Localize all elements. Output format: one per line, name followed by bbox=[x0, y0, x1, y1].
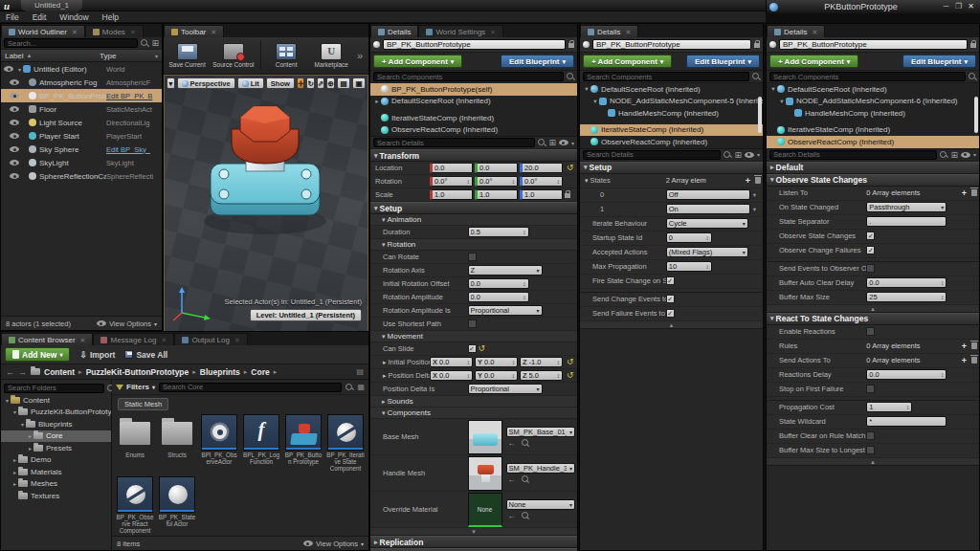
checkbox[interactable]: ✓ bbox=[468, 344, 477, 353]
expander[interactable]: ▲ bbox=[580, 321, 763, 329]
spinbox-icon[interactable]: ↕ bbox=[512, 372, 515, 379]
asset-tile-bpi-pk-observeactor[interactable]: BPI_PK_ObserveActor bbox=[200, 414, 238, 473]
menu-help[interactable]: Help bbox=[102, 12, 119, 22]
search-components-input[interactable] bbox=[769, 72, 966, 81]
tab-close-icon[interactable]: ✕ bbox=[211, 26, 216, 38]
value-field[interactable]: None▾ bbox=[506, 499, 575, 510]
project-tab[interactable]: Untitled_1 bbox=[21, 0, 82, 11]
checkbox[interactable] bbox=[468, 320, 477, 328]
outliner-row-untitled-editor[interactable]: ▾Untitled (Editor)World bbox=[1, 62, 162, 76]
source-control-button[interactable]: Source Control bbox=[212, 43, 254, 68]
component-iterativestatecomp-inherited[interactable]: IterativeStateComp (Inherited) bbox=[767, 124, 979, 137]
asset-tile-bp-pk-observe-react-component[interactable]: BP_PK_Observe React Component bbox=[116, 476, 154, 535]
lock-icon[interactable] bbox=[565, 193, 570, 198]
reset-to-default-icon[interactable]: ↺ bbox=[567, 371, 574, 380]
search-components-input[interactable] bbox=[373, 72, 564, 81]
grid-icon[interactable]: ⊞ bbox=[548, 138, 556, 147]
value-field[interactable]: 0.0↕ bbox=[468, 278, 529, 289]
tab-details[interactable]: Details bbox=[370, 25, 418, 37]
edit-blueprint-button[interactable]: Edit Blueprint▾ bbox=[501, 55, 574, 68]
translate-tool-button[interactable]: ✛ bbox=[297, 77, 305, 89]
expanded-icon[interactable]: ▾ bbox=[585, 177, 589, 185]
minimize-button[interactable]: ─ bbox=[940, 1, 952, 12]
value-field[interactable]: 0↕ bbox=[666, 232, 712, 243]
scale-tool-button[interactable]: ⇗ bbox=[317, 77, 325, 89]
use-selected-icon[interactable]: ← bbox=[508, 439, 516, 448]
checkbox[interactable] bbox=[866, 327, 875, 336]
visibility-eye-icon[interactable] bbox=[10, 160, 19, 165]
value-field[interactable]: 0.0 bbox=[475, 163, 518, 173]
dropdown-arrow-icon[interactable]: ▾ bbox=[569, 501, 572, 508]
value-field[interactable]: 0.0↕ bbox=[468, 292, 529, 302]
tab-modes[interactable]: Modes✕ bbox=[85, 25, 144, 37]
cb-view-options[interactable]: View Options▾ bbox=[303, 540, 364, 548]
value-field[interactable]: Off bbox=[666, 189, 750, 200]
checkbox[interactable] bbox=[866, 385, 875, 393]
value-field[interactable]: 20.0 bbox=[520, 163, 563, 173]
spinbox-icon[interactable]: ↕ bbox=[906, 404, 909, 410]
folder-demo[interactable]: ▸Demo bbox=[1, 454, 111, 467]
scrollbar[interactable] bbox=[758, 97, 762, 133]
visibility-eye-icon[interactable] bbox=[10, 106, 19, 112]
viewport-options-button[interactable]: ▾ bbox=[167, 77, 175, 89]
expand-icon[interactable]: ▾ bbox=[4, 397, 11, 404]
asset-thumbnail[interactable] bbox=[468, 420, 502, 454]
add-component-button[interactable]: + Add Component▾ bbox=[769, 55, 858, 68]
tab-details[interactable]: Details✕ bbox=[767, 25, 825, 37]
edit-blueprint-button[interactable]: Edit Blueprint▾ bbox=[902, 55, 976, 68]
value-field[interactable]: * bbox=[866, 416, 947, 427]
dropdown-arrow-icon[interactable]: ▾ bbox=[569, 429, 572, 435]
close-button[interactable]: ✕ bbox=[965, 1, 977, 12]
checkbox[interactable] bbox=[866, 264, 875, 273]
value-field[interactable]: Proportional▾ bbox=[468, 305, 543, 316]
folder-content[interactable]: ▾Content bbox=[1, 394, 111, 407]
expand-icon[interactable]: ▾ bbox=[16, 66, 23, 73]
filter-chip-static-mesh[interactable]: Static Mesh bbox=[118, 398, 168, 410]
expander[interactable]: ▲ bbox=[767, 305, 979, 313]
outliner-row-skylight[interactable]: SkyLightSkyLight bbox=[1, 156, 162, 169]
expander[interactable]: ▼ bbox=[370, 528, 577, 536]
outliner-search-input[interactable] bbox=[4, 38, 138, 48]
type-filter-icon[interactable]: ▾ bbox=[155, 53, 158, 59]
visibility-eye-icon[interactable] bbox=[10, 93, 19, 99]
marketplace-button[interactable]: Marketplace bbox=[312, 43, 351, 68]
actor-name-field[interactable]: BP_PK_ButtonPrototype bbox=[592, 39, 751, 50]
lock-icon[interactable] bbox=[568, 43, 574, 48]
tab-content-browser[interactable]: Content Browser✕ bbox=[1, 333, 93, 345]
value-field[interactable]: 0.5↕ bbox=[468, 227, 529, 237]
value-field[interactable]: 25↕ bbox=[866, 292, 947, 302]
dropdown-arrow-icon[interactable]: ▾ bbox=[753, 191, 756, 199]
blueprint-window-titlebar[interactable]: PKButtonPrototype ─ ❐ ✕ bbox=[766, 0, 980, 13]
grid-icon[interactable]: ⊞ bbox=[734, 150, 742, 160]
value-field[interactable]: 0.0 bbox=[430, 163, 473, 173]
expand-icon[interactable]: ▾ bbox=[769, 85, 777, 93]
value-field[interactable]: Y0.0↕ bbox=[475, 357, 518, 367]
world-coordinate-button[interactable]: ⊕ bbox=[326, 77, 335, 89]
dropdown-arrow-icon[interactable]: ▾ bbox=[743, 249, 746, 255]
actor-name-field[interactable]: BP_PK_ButtonPrototype bbox=[779, 39, 968, 50]
filters-button[interactable]: Filters▾ bbox=[116, 383, 155, 391]
display-filter-icon[interactable] bbox=[961, 152, 970, 158]
value-field[interactable]: Cycle▾ bbox=[666, 218, 748, 229]
dropdown-arrow-icon[interactable]: ▾ bbox=[743, 220, 746, 227]
spinbox-icon[interactable]: ↕ bbox=[941, 279, 944, 286]
use-selected-icon[interactable]: ← bbox=[508, 512, 516, 520]
value-field[interactable]: On bbox=[666, 204, 750, 214]
save-search-icon[interactable]: ▦ bbox=[357, 383, 365, 391]
value-field[interactable]: 10↕ bbox=[666, 261, 712, 272]
expand-icon[interactable]: ▸ bbox=[27, 445, 33, 452]
add-element-icon[interactable]: + bbox=[962, 357, 967, 364]
spinbox-icon[interactable]: ↕ bbox=[523, 280, 525, 287]
expander[interactable]: ▲ bbox=[767, 458, 979, 466]
value-field[interactable]: Z▾ bbox=[468, 265, 543, 276]
search-folders-input[interactable] bbox=[4, 384, 104, 393]
display-filter-icon[interactable] bbox=[559, 140, 568, 145]
outliner-row-spherereflectioncapture[interactable]: SphereReflectionCaptureSphereReflecti bbox=[1, 169, 162, 183]
dropdown-arrow-icon[interactable]: ▾ bbox=[537, 386, 540, 392]
expand-icon[interactable]: ▸ bbox=[373, 98, 381, 105]
clear-array-icon[interactable] bbox=[971, 357, 977, 364]
folder-puzzlekit-buttonprototype[interactable]: ▾PuzzleKit-ButtonPrototype bbox=[1, 407, 111, 419]
actor-name-field[interactable]: BP_PK_ButtonPrototype bbox=[383, 39, 566, 50]
value-field[interactable]: 0.0↕ bbox=[866, 369, 947, 380]
asset-tile-bp-pk-iterative-state-component[interactable]: BP_PK_Iterative State Component bbox=[326, 414, 365, 473]
